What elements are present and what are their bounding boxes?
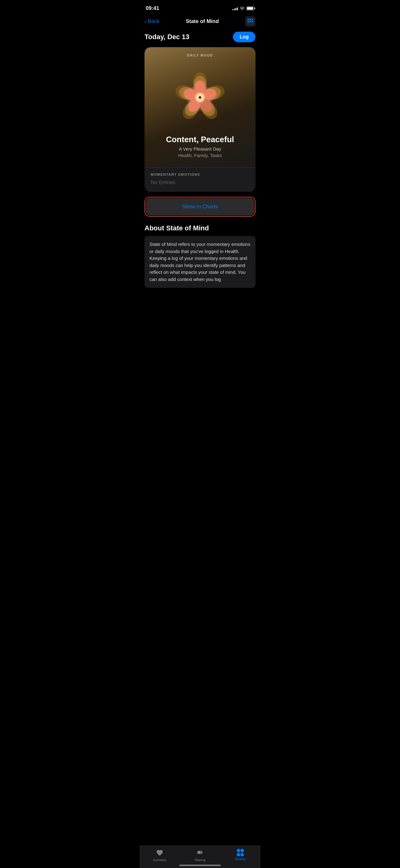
status-bar: 09:41 [139, 0, 261, 15]
emotions-label: MOMENTARY EMOTIONS [151, 173, 249, 176]
back-button[interactable]: ‹ Back [144, 18, 159, 25]
back-label: Back [148, 18, 160, 25]
wifi-icon [240, 6, 245, 11]
calendar-icon-button[interactable] [245, 16, 256, 27]
date-text: Today, Dec 13 [144, 33, 190, 41]
no-entries-text: No Entries [151, 180, 249, 186]
calendar-grid-icon [247, 19, 253, 25]
mood-card-top: DAILY MOOD [144, 47, 256, 167]
mood-description: A Very Pleasant Day [179, 146, 222, 152]
status-time: 09:41 [146, 5, 159, 11]
about-card: State of Mind refers to your momentary e… [144, 236, 256, 288]
battery-icon [246, 6, 254, 10]
mood-card-bottom: MOMENTARY EMOTIONS No Entries [144, 167, 256, 192]
date-row: Today, Dec 13 Log [139, 30, 261, 47]
flower-illustration [172, 69, 228, 125]
nav-title: State of Mind [186, 18, 219, 25]
show-charts-label: Show in Charts [182, 204, 218, 210]
log-button[interactable]: Log [233, 32, 256, 42]
mood-tags: Health, Family, Tasks [178, 153, 222, 158]
about-section: About State of Mind State of Mind refers… [139, 224, 261, 294]
about-description: State of Mind refers to your momentary e… [149, 241, 251, 283]
about-title: About State of Mind [144, 224, 256, 232]
nav-header: ‹ Back State of Mind [139, 15, 261, 30]
svg-point-18 [199, 96, 201, 99]
signal-bars-icon [232, 6, 238, 10]
show-charts-wrapper[interactable]: Show in Charts [144, 197, 256, 217]
mood-section-label: DAILY MOOD [151, 53, 249, 57]
back-chevron-icon: ‹ [144, 18, 147, 25]
mood-card: DAILY MOOD [144, 47, 256, 192]
status-icons [232, 6, 254, 11]
show-charts-button[interactable]: Show in Charts [146, 198, 254, 215]
mood-name: Content, Peaceful [166, 135, 234, 144]
